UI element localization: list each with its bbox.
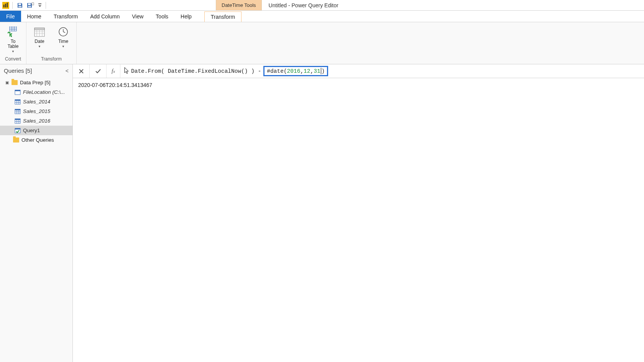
svg-rect-6	[28, 6, 31, 7]
hl-paren-close: )	[322, 68, 325, 74]
svg-rect-25	[15, 90, 20, 91]
text-caret	[321, 68, 321, 74]
time-button[interactable]: Time ▼	[54, 25, 72, 48]
tab-add-column[interactable]: Add Column	[84, 11, 126, 22]
tree-group-data-prep[interactable]: ▣ Data Prep [5]	[0, 78, 72, 87]
confirm-formula-button[interactable]	[90, 64, 107, 78]
time-label: Time	[58, 39, 68, 44]
tab-home[interactable]: Home	[21, 11, 48, 22]
queries-header: Queries [5] <	[0, 64, 72, 77]
separator	[12, 2, 13, 9]
quick-access-toolbar	[0, 0, 49, 10]
main-area: Queries [5] < ▣ Data Prep [5] FileLocati…	[0, 64, 644, 362]
tab-file[interactable]: File	[0, 11, 21, 22]
queries-tree: ▣ Data Prep [5] FileLocation (C:\... Sal…	[0, 77, 72, 146]
tree-item-sales-2016[interactable]: Sales_2016	[0, 116, 72, 126]
parameter-icon	[15, 90, 21, 95]
tree-item-sales-2015[interactable]: Sales_2015	[0, 106, 72, 116]
save-button[interactable]	[16, 1, 24, 10]
svg-rect-0	[3, 5, 5, 7]
to-table-icon	[7, 26, 19, 38]
table-icon	[15, 109, 21, 114]
tab-view[interactable]: View	[126, 11, 150, 22]
app-title: Untitled - Power Query Editor	[262, 2, 338, 8]
expand-icon: ▣	[5, 80, 9, 85]
svg-rect-4	[18, 6, 21, 7]
content-area: fx Date.From( DateTime.FixedLocalNow() )…	[73, 64, 644, 362]
group-label-convert: Convert	[4, 56, 22, 63]
item-label: Sales_2014	[23, 99, 50, 105]
folder-icon	[12, 80, 18, 85]
tree-item-filelocation[interactable]: FileLocation (C:\...	[0, 87, 72, 97]
hl-comma2: ,	[310, 68, 314, 74]
qat-customize-button[interactable]	[37, 1, 43, 10]
queries-pane: Queries [5] < ▣ Data Prep [5] FileLocati…	[0, 64, 73, 362]
svg-rect-37	[15, 119, 20, 120]
tab-transform[interactable]: Transform	[48, 11, 84, 22]
table-icon	[15, 99, 21, 105]
cursor-pointer-icon	[124, 67, 130, 75]
queries-title: Queries [5]	[4, 67, 32, 74]
separator	[46, 2, 46, 9]
ribbon-group-convert: To Table ▼ Convert	[0, 22, 26, 64]
calendar-icon	[34, 26, 45, 38]
contextual-tab-label: DateTime Tools	[216, 0, 262, 10]
tree-group-other[interactable]: Other Queries	[0, 135, 72, 145]
collapse-pane-button[interactable]: <	[66, 68, 69, 74]
svg-rect-1	[5, 3, 6, 7]
item-label: Sales_2016	[23, 118, 50, 124]
group-label-transform: Transform	[30, 56, 72, 63]
svg-rect-5	[28, 3, 31, 5]
hl-comma1: ,	[300, 68, 304, 74]
date-label: Date	[34, 39, 44, 44]
result-value: 2020-07-06T20:14:51.3413467	[73, 78, 644, 92]
ribbon-body: To Table ▼ Convert Date ▼	[0, 22, 644, 64]
formula-highlight: #date(2016, 12, 31)	[263, 66, 328, 76]
hl-year: 2016	[287, 68, 301, 74]
title-center: DateTime Tools Untitled - Power Query Ed…	[49, 0, 644, 10]
folder-icon	[13, 138, 19, 143]
svg-rect-9	[10, 26, 16, 31]
tab-tools[interactable]: Tools	[150, 11, 174, 22]
hl-day: 31	[314, 68, 320, 74]
ribbon-tabs: File Home Transform Add Column View Tool…	[0, 11, 644, 22]
formula-bar: fx Date.From( DateTime.FixedLocalNow() )…	[73, 64, 644, 78]
formula-input[interactable]: Date.From( DateTime.FixedLocalNow() ) - …	[120, 66, 644, 76]
save-as-button[interactable]	[26, 1, 35, 10]
dropdown-caret-icon: ▼	[12, 50, 15, 53]
item-label: Sales_2015	[23, 108, 50, 114]
fx-label: fx	[107, 64, 120, 78]
item-label: FileLocation (C:\...	[23, 89, 65, 95]
dropdown-caret-icon: ▼	[38, 45, 41, 48]
item-label: Query1	[23, 128, 40, 133]
query-icon	[15, 128, 21, 133]
to-table-label: To Table	[8, 39, 19, 49]
tab-context-transform[interactable]: Transform	[204, 11, 242, 22]
table-icon	[15, 118, 21, 124]
group-label: Data Prep [5]	[20, 80, 51, 85]
ribbon-group-transform: Date ▼ Time ▼ Transform	[26, 22, 77, 64]
svg-rect-42	[15, 128, 20, 129]
svg-rect-3	[18, 3, 21, 5]
svg-rect-32	[15, 109, 20, 110]
tree-item-sales-2014[interactable]: Sales_2014	[0, 97, 72, 106]
tab-help[interactable]: Help	[174, 11, 198, 22]
group-label: Other Queries	[21, 137, 54, 143]
title-bar: DateTime Tools Untitled - Power Query Ed…	[0, 0, 644, 11]
svg-rect-8	[38, 3, 41, 4]
svg-rect-2	[7, 3, 8, 7]
clock-icon	[58, 26, 69, 38]
to-table-button[interactable]: To Table ▼	[4, 25, 22, 53]
date-button[interactable]: Date ▼	[30, 25, 49, 48]
svg-rect-7	[32, 3, 34, 5]
hl-paren-open: (	[284, 68, 287, 74]
app-icon	[2, 2, 9, 9]
dropdown-caret-icon: ▼	[62, 45, 65, 48]
tree-item-query1[interactable]: Query1	[0, 126, 72, 135]
formula-plain-text: Date.From( DateTime.FixedLocalNow() ) -	[131, 68, 261, 74]
hl-prefix: #date	[267, 68, 284, 74]
svg-rect-15	[34, 28, 44, 30]
hl-month: 12	[304, 68, 310, 74]
cancel-formula-button[interactable]	[73, 64, 90, 78]
svg-rect-27	[15, 100, 20, 101]
